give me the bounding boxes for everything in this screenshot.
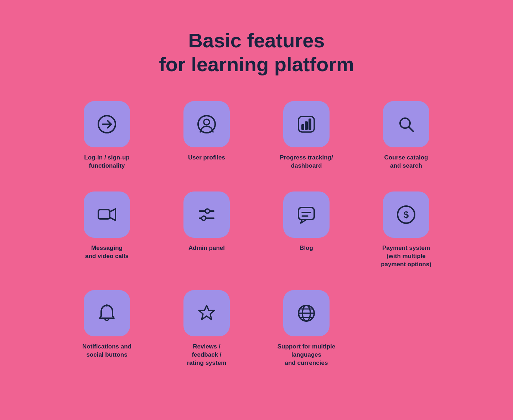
notifications-icon-box xyxy=(84,290,130,336)
feature-user-profiles: User profiles xyxy=(171,101,242,162)
feature-course-catalog: Course catalogand search xyxy=(370,101,442,170)
bell-icon xyxy=(96,303,118,324)
svg-point-12 xyxy=(205,209,209,213)
login-signup-label: Log-in / sign-upfunctionality xyxy=(84,154,129,170)
feature-payment: $ Payment system(with multiplepayment op… xyxy=(370,191,442,269)
feature-messaging: Messagingand video calls xyxy=(71,191,142,261)
course-catalog-label: Course catalogand search xyxy=(384,154,428,170)
svg-rect-6 xyxy=(305,121,308,130)
svg-line-9 xyxy=(409,127,413,131)
feature-reviews: Reviews /feedback /rating system xyxy=(171,290,242,367)
payment-label: Payment system(with multiplepayment opti… xyxy=(381,244,431,269)
message-lines-icon xyxy=(296,204,317,225)
features-grid: Log-in / sign-upfunctionality User profi… xyxy=(71,101,442,367)
star-icon xyxy=(196,303,217,324)
feature-notifications: Notifications andsocial buttons xyxy=(71,290,142,359)
feature-login-signup: Log-in / sign-upfunctionality xyxy=(71,101,142,170)
svg-rect-5 xyxy=(301,124,304,130)
svg-rect-10 xyxy=(98,210,110,219)
multilingual-label: Support for multiplelanguagesand currenc… xyxy=(278,343,335,367)
multilingual-icon-box xyxy=(283,290,330,336)
progress-tracking-icon-box xyxy=(283,101,330,147)
svg-text:$: $ xyxy=(404,209,409,220)
reviews-icon-box xyxy=(183,290,230,336)
course-catalog-icon-box xyxy=(383,101,429,147)
dollar-circle-icon: $ xyxy=(395,204,417,225)
bar-chart-icon xyxy=(296,114,317,135)
feature-blog: Blog xyxy=(271,191,342,252)
feature-multilingual: Support for multiplelanguagesand currenc… xyxy=(271,290,342,367)
payment-icon-box: $ xyxy=(383,191,429,238)
messaging-label: Messagingand video calls xyxy=(85,244,129,261)
page-title: Basic features for learning platform xyxy=(159,28,354,76)
blog-label: Blog xyxy=(300,244,313,252)
svg-rect-7 xyxy=(309,119,311,130)
messaging-icon-box xyxy=(84,191,130,238)
video-camera-icon xyxy=(96,204,118,225)
user-circle-icon xyxy=(196,114,217,135)
sliders-icon xyxy=(196,204,217,225)
admin-panel-icon-box xyxy=(183,191,230,238)
user-profiles-icon-box xyxy=(183,101,230,147)
user-profiles-label: User profiles xyxy=(188,154,225,162)
feature-admin-panel: Admin panel xyxy=(171,191,242,252)
progress-tracking-label: Progress tracking/dashboard xyxy=(280,154,333,170)
login-signup-icon-box xyxy=(84,101,130,147)
svg-point-3 xyxy=(204,119,209,125)
feature-progress-tracking: Progress tracking/dashboard xyxy=(271,101,342,170)
notifications-label: Notifications andsocial buttons xyxy=(82,343,131,359)
blog-icon-box xyxy=(283,191,330,238)
search-icon xyxy=(395,114,417,135)
svg-rect-15 xyxy=(299,208,314,220)
svg-point-14 xyxy=(202,216,206,220)
reviews-label: Reviews /feedback /rating system xyxy=(187,343,227,367)
admin-panel-label: Admin panel xyxy=(188,244,225,252)
arrow-right-circle-icon xyxy=(96,114,118,135)
globe-icon xyxy=(296,303,317,324)
svg-marker-21 xyxy=(199,305,214,320)
